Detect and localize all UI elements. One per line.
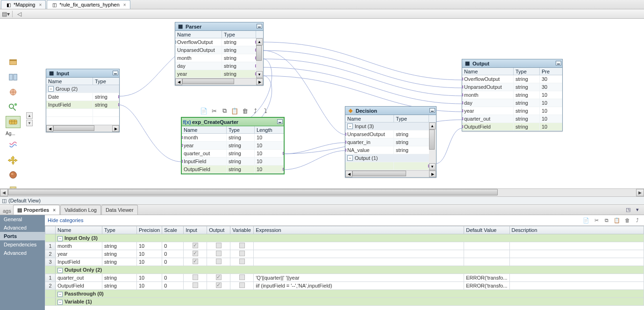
port-connector[interactable] [283, 152, 284, 155]
grid-group-row[interactable]: −Variable (1) [45, 298, 644, 306]
port-row[interactable]: quarter_outstring10 [182, 150, 284, 158]
paste-icon[interactable]: 📋 [613, 216, 621, 224]
port-row[interactable]: quarter_outstring10 [462, 115, 562, 123]
node-decision[interactable]: ◆ Decision Name Type −Input (3) Unparsed… [345, 106, 436, 178]
col-name[interactable]: Name [182, 126, 227, 133]
scroll-right-icon[interactable]: ▶ [256, 79, 263, 85]
palette-item-2[interactable] [6, 71, 21, 83]
palette-item-4[interactable] [6, 101, 21, 113]
export-icon[interactable]: ⤴ [251, 107, 259, 115]
col-name[interactable]: Name [46, 78, 93, 85]
palette-item-1[interactable] [6, 56, 21, 68]
scroll-left-icon[interactable]: ◀ [0, 189, 8, 196]
node-vscroll[interactable]: ▲ ▼ [256, 38, 263, 78]
cell-precision[interactable]: 10 [137, 274, 162, 282]
scroll-up-icon[interactable]: ▲ [429, 123, 436, 130]
cell-default[interactable]: ERROR('transfo... [464, 274, 509, 282]
cell-name[interactable]: OutputField [56, 282, 102, 290]
node-title[interactable]: ◆ Decision [345, 107, 436, 115]
cell-expression[interactable] [254, 250, 464, 258]
port-row[interactable]: OverflowOutputstring [175, 38, 256, 46]
port-row[interactable]: UnparsedOutputstring [345, 130, 429, 138]
col-default[interactable]: Default Value [464, 226, 509, 234]
grid-row[interactable]: 1 quarter_out string 10 0 'Q'||quarter||… [45, 274, 644, 282]
collapse-icon[interactable]: − [57, 300, 63, 305]
copy-icon[interactable]: ⧉ [220, 107, 229, 115]
node-title[interactable]: ▦ Input [46, 69, 119, 78]
collapse-icon[interactable]: − [57, 292, 63, 297]
node-title[interactable]: ▦ Parser [175, 22, 263, 31]
sidebar-item-ports[interactable]: Ports [0, 232, 45, 240]
grid-group-row[interactable]: −Passthrough (0) [45, 290, 644, 298]
minimize-icon[interactable] [277, 119, 283, 124]
port-row[interactable]: quarter_instring [345, 138, 429, 146]
scroll-up-icon[interactable]: ▲ [256, 38, 263, 45]
port-row[interactable]: OutputFieldstring10 [182, 166, 284, 173]
cell-description[interactable] [509, 282, 644, 290]
port-connector[interactable] [118, 103, 119, 106]
cell-description[interactable] [509, 250, 644, 258]
scroll-thumb[interactable] [182, 79, 234, 84]
palette-item-5-selected[interactable] [6, 116, 21, 128]
port-row[interactable]: yearstring [175, 70, 256, 78]
mapping-canvas[interactable]: Ag... ▲ ▼ [0, 19, 644, 196]
col-scale[interactable]: Scale [162, 226, 184, 234]
cut-icon[interactable]: ✂ [210, 107, 218, 115]
port-row[interactable]: monthstring10 [182, 134, 284, 142]
file-tab-mapping[interactable]: ◧ *Mapping × [1, 0, 46, 9]
col-variable[interactable]: Variable [230, 226, 254, 234]
port-connector[interactable] [283, 168, 284, 171]
grid-group-row[interactable]: −Output Only (2) [45, 266, 644, 274]
palette-item-8[interactable] [6, 169, 21, 181]
col-type[interactable]: Type [394, 115, 429, 122]
cell-expression[interactable]: 'Q'||quarter||' '||year [254, 274, 464, 282]
delete-icon[interactable]: 🗑 [241, 107, 249, 115]
ports-grid[interactable]: Name Type Precision Scale Input Output V… [45, 225, 644, 310]
node-hscroll[interactable]: ◀ ▶ [46, 125, 119, 132]
collapse-icon[interactable]: − [48, 86, 54, 92]
close-icon[interactable]: × [53, 208, 56, 213]
port-row[interactable]: UnparsedOutputstring [175, 46, 256, 54]
menu-icon[interactable]: ▾ [634, 206, 641, 213]
col-name[interactable]: Name [462, 68, 514, 75]
cell-precision[interactable]: 10 [137, 258, 162, 266]
col-name[interactable]: Name [345, 115, 394, 122]
cell-scale[interactable]: 0 [162, 250, 184, 258]
node-output[interactable]: ▦ Output Name Type Pre OverflowOutputstr… [462, 59, 563, 131]
group-row[interactable]: −Input (3) [345, 123, 429, 130]
port-connector[interactable] [118, 95, 119, 98]
scroll-thumb[interactable] [8, 189, 498, 195]
cell-name[interactable]: quarter_out [56, 274, 102, 282]
col-type[interactable]: Type [93, 78, 119, 85]
node-vscroll[interactable]: ▲ ▼ [429, 123, 436, 170]
delete-icon[interactable]: 🗑 [623, 216, 631, 224]
close-icon[interactable]: × [39, 2, 42, 7]
node-input[interactable]: ▦ Input Name Type −Group (2) Date string… [46, 69, 120, 132]
minimize-icon[interactable] [257, 24, 262, 29]
col-precision[interactable]: Pre [540, 68, 562, 75]
col-length[interactable]: Length [255, 126, 284, 133]
cell-default[interactable] [464, 250, 509, 258]
scroll-down-icon[interactable]: ▼ [429, 163, 436, 170]
cell-type[interactable]: string [102, 274, 137, 282]
grid-row[interactable]: 2 year string 10 0 [45, 250, 644, 258]
collapse-icon[interactable]: − [347, 155, 353, 161]
external-icon[interactable]: ◳ [624, 206, 632, 213]
port-row[interactable]: yearstring10 [462, 107, 562, 115]
cell-description[interactable] [509, 258, 644, 266]
group-row[interactable]: −Output (1) [345, 154, 429, 162]
cell-type[interactable]: string [102, 258, 137, 266]
grid-row[interactable]: 2 OutputField string 10 0 iif (inputFiel… [45, 282, 644, 290]
cell-expression[interactable]: iif (inputField = '--','NA',inputField) [254, 282, 464, 290]
scroll-down-icon[interactable]: ▼ [256, 71, 263, 78]
scroll-left-icon[interactable]: ◀ [46, 125, 53, 132]
scroll-track[interactable] [53, 125, 112, 132]
grid-row[interactable]: 1 month string 10 0 [45, 242, 644, 250]
cell-default[interactable]: ERROR('transfo... [464, 282, 509, 290]
cell-name[interactable]: month [56, 242, 102, 250]
node-hscroll[interactable]: ◀ ▶ [175, 78, 263, 85]
port-row[interactable]: UnparsedOutputstring30 [462, 83, 562, 91]
cell-scale[interactable]: 0 [162, 282, 184, 290]
col-type[interactable]: Type [222, 31, 256, 38]
truncated-tab-label[interactable]: ags [1, 207, 13, 215]
